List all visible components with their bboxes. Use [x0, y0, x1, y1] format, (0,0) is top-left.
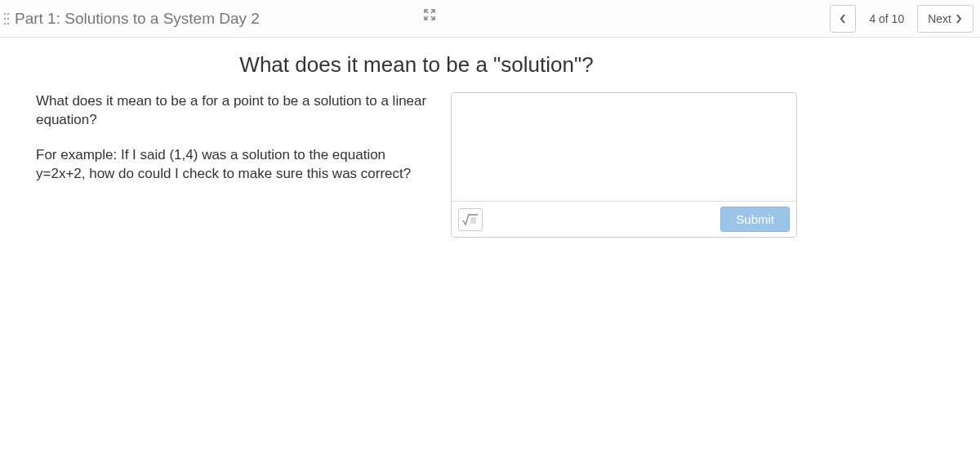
next-label: Next	[928, 12, 951, 25]
content-area: What does it mean to be a "solution"? Wh…	[0, 38, 833, 252]
svg-point-3	[7, 17, 10, 20]
chevron-left-icon	[839, 13, 847, 24]
answer-box: Submit	[451, 92, 797, 238]
answer-input[interactable]	[452, 93, 796, 201]
submit-button[interactable]: Submit	[720, 207, 790, 232]
svg-point-0	[4, 12, 7, 15]
question-columns: What does it mean to be a for a point to…	[36, 92, 797, 238]
assignment-title: Part 1: Solutions to a System Day 2	[15, 10, 260, 28]
prompt-paragraph-1: What does it mean to be a for a point to…	[36, 92, 428, 130]
next-button[interactable]: Next	[917, 5, 973, 33]
prompt-paragraph-2: For example: If I said (1,4) was a solut…	[36, 146, 428, 184]
answer-footer: Submit	[452, 201, 796, 237]
svg-point-2	[4, 17, 7, 20]
question-prompt: What does it mean to be a for a point to…	[36, 92, 428, 200]
svg-rect-6	[470, 217, 476, 224]
svg-point-5	[7, 22, 10, 24]
header-bar: Part 1: Solutions to a System Day 2 4 of…	[0, 0, 980, 38]
svg-point-4	[4, 22, 7, 24]
header-nav: 4 of 10 Next	[830, 5, 973, 33]
math-input-button[interactable]	[458, 208, 483, 231]
sqrt-icon	[462, 213, 479, 226]
prev-button[interactable]	[830, 5, 856, 33]
header-left: Part 1: Solutions to a System Day 2	[0, 10, 260, 28]
drag-handle-icon[interactable]	[3, 11, 10, 26]
fullscreen-icon[interactable]	[423, 8, 436, 21]
chevron-right-icon	[955, 13, 963, 24]
page-indicator: 4 of 10	[861, 5, 912, 33]
question-heading: What does it mean to be a "solution"?	[36, 52, 797, 78]
svg-point-1	[7, 12, 10, 15]
